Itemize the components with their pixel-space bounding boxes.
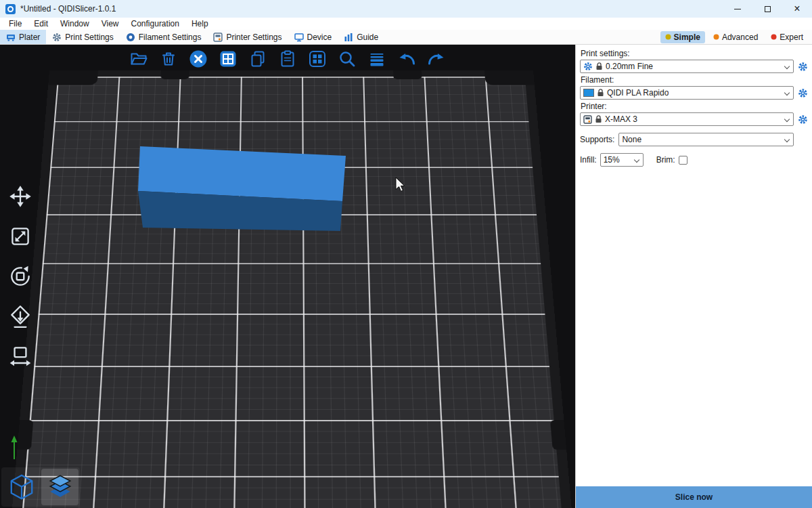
tab-print-settings[interactable]: Print Settings (46, 30, 119, 44)
rotate-gizmo-button[interactable] (5, 261, 35, 291)
menu-edit[interactable]: Edit (28, 19, 54, 28)
redo-button[interactable] (425, 47, 448, 70)
close-button[interactable] (782, 0, 812, 18)
plate-clip (484, 70, 535, 85)
measure-icon (7, 343, 33, 369)
infill-label: Infill: (580, 155, 597, 165)
rotate-icon (7, 263, 33, 289)
mode-label: Expert (780, 33, 803, 42)
preview-layers-button[interactable] (41, 469, 78, 505)
brim-label: Brim: (656, 155, 675, 165)
filament-gear-button[interactable] (797, 87, 808, 98)
mode-label: Advanced (722, 33, 758, 42)
place-on-face-gizmo-button[interactable] (5, 301, 35, 331)
slice-now-button[interactable]: Slice now (576, 486, 812, 508)
preview-layers-icon (46, 473, 74, 501)
maximize-button[interactable] (752, 0, 782, 18)
plate-clip (550, 420, 566, 450)
editor-3d-button[interactable] (3, 469, 40, 505)
arrange-icon (219, 49, 238, 68)
supports-label: Supports: (580, 135, 614, 144)
mode-advanced[interactable]: Advanced (708, 31, 763, 43)
device-monitor-icon (294, 33, 304, 42)
tab-label: Print Settings (65, 33, 113, 42)
trash-icon (159, 49, 178, 68)
delete-button[interactable] (157, 47, 180, 70)
advanced-mode-dot-icon (713, 34, 719, 40)
move-gizmo-button[interactable] (5, 182, 35, 211)
mode-label: Simple (674, 33, 700, 42)
scale-icon (7, 224, 33, 249)
filament-label: Filament: (581, 75, 808, 85)
supports-combo[interactable]: None (618, 133, 794, 146)
lock-icon (595, 62, 603, 70)
minimize-icon (734, 9, 741, 9)
plater-icon (6, 33, 16, 42)
delete-all-icon (189, 49, 208, 68)
printer-icon (213, 33, 223, 42)
chevron-down-icon (784, 137, 790, 143)
plate-clip (48, 70, 98, 85)
print-settings-gear-icon (52, 33, 62, 42)
printer-gear-button[interactable] (797, 114, 808, 125)
chevron-down-icon (784, 64, 790, 70)
viewport-3d[interactable] (0, 45, 575, 508)
tab-guide[interactable]: Guide (338, 30, 384, 44)
print-settings-value: 0.20mm Fine (606, 62, 653, 71)
mode-switcher: Simple Advanced Expert (660, 30, 812, 44)
scene (0, 45, 575, 508)
profile-gear-icon (583, 62, 593, 71)
open-project-button[interactable] (127, 47, 150, 70)
infill-combo[interactable]: 15% (600, 153, 644, 167)
gear-icon (798, 88, 808, 98)
brim-checkbox[interactable] (679, 156, 687, 165)
search-button[interactable] (336, 47, 359, 70)
variable-layer-height-button[interactable] (365, 47, 388, 70)
print-settings-gear-button[interactable] (797, 61, 808, 72)
tab-plater[interactable]: Plater (0, 30, 46, 44)
scale-gizmo-button[interactable] (5, 221, 35, 251)
tab-label: Printer Settings (226, 33, 281, 42)
paste-icon (278, 49, 297, 68)
gear-icon (798, 62, 808, 72)
menu-file[interactable]: File (3, 19, 28, 28)
tab-label: Filament Settings (139, 33, 202, 42)
printer-combo[interactable]: X-MAX 3 (580, 112, 794, 126)
mode-simple[interactable]: Simple (660, 31, 705, 43)
split-objects-button[interactable] (306, 47, 329, 70)
filament-combo[interactable]: QIDI PLA Rapido (580, 86, 794, 100)
infill-value: 15% (604, 155, 620, 165)
paste-button[interactable] (276, 47, 299, 70)
measure-gizmo-button[interactable] (5, 341, 35, 371)
tab-label: Device (307, 33, 332, 42)
printer-value: X-MAX 3 (605, 114, 637, 124)
menu-configuration[interactable]: Configuration (125, 19, 185, 28)
printer-small-icon (583, 115, 592, 124)
titlebar[interactable]: *Untitled - QIDISlicer-1.0.1 (0, 0, 812, 18)
maximize-icon (765, 6, 771, 12)
tab-filament-settings[interactable]: Filament Settings (120, 30, 208, 44)
minimize-button[interactable] (723, 0, 752, 18)
mode-expert[interactable]: Expert (766, 31, 808, 43)
menu-help[interactable]: Help (185, 19, 215, 28)
arrange-button[interactable] (217, 47, 240, 70)
split-objects-icon (308, 49, 327, 68)
menu-view[interactable]: View (95, 19, 125, 28)
copy-button[interactable] (246, 47, 269, 70)
gizmo-toolbar (5, 182, 35, 371)
guide-icon (344, 33, 353, 42)
tab-device[interactable]: Device (288, 30, 338, 44)
menu-window[interactable]: Window (54, 19, 95, 28)
menubar: File Edit Window View Configuration Help (0, 18, 812, 30)
delete-all-button[interactable] (187, 47, 210, 70)
window-controls (723, 0, 812, 18)
cube-3d-icon (7, 473, 36, 501)
filament-value: QIDI PLA Rapido (607, 88, 669, 98)
gear-icon (798, 114, 808, 125)
undo-button[interactable] (395, 47, 418, 70)
copy-icon (248, 49, 267, 68)
print-settings-combo[interactable]: 0.20mm Fine (580, 60, 794, 73)
printer-label: Printer: (581, 102, 808, 111)
tab-printer-settings[interactable]: Printer Settings (207, 30, 288, 44)
plate-clip (160, 70, 189, 79)
